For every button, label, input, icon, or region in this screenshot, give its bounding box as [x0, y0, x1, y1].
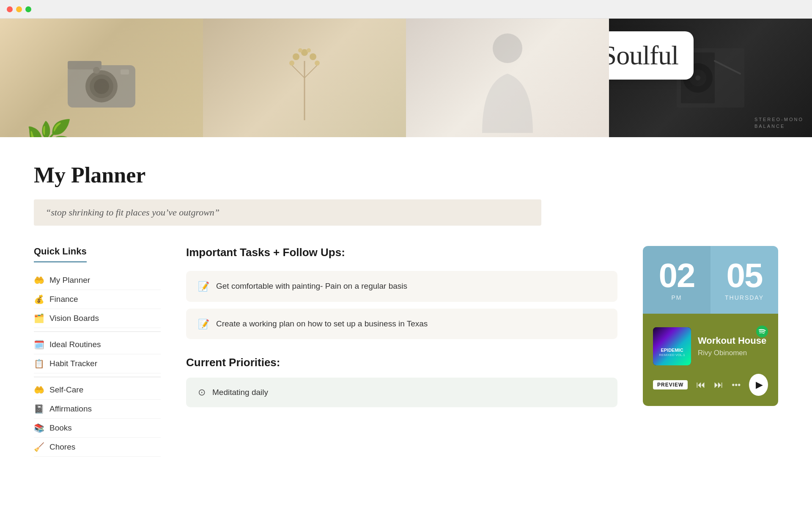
- banner-image-2: [203, 19, 406, 137]
- nav-item-habit-tracker[interactable]: 📋 Habit Tracker: [34, 354, 161, 373]
- task-item-1[interactable]: 📝 Get comfortable with painting- Pain on…: [186, 271, 617, 302]
- svg-line-9: [304, 65, 317, 78]
- vision-boards-icon: 🗂️: [34, 313, 44, 323]
- quick-links-header: Quick Links: [34, 246, 87, 262]
- spotify-icon: [756, 326, 768, 340]
- svg-point-17: [493, 33, 522, 63]
- nav-item-chores[interactable]: 🧹 Chores: [34, 438, 161, 457]
- banner-image-3: [406, 19, 609, 137]
- banner-image-1: 🌿: [0, 19, 203, 137]
- date-hour-label: PM: [672, 294, 682, 301]
- leaf-decoration: 🌿: [25, 118, 73, 137]
- spotify-player: EPIDEMIC REMIXED VOL.1 Workout House Riv…: [643, 314, 778, 406]
- priorities-header: Current Priorities:: [186, 356, 617, 369]
- spotify-next-button[interactable]: ⏭: [714, 379, 723, 390]
- svg-text:REMIXED VOL.1: REMIXED VOL.1: [659, 353, 685, 357]
- task-item-2[interactable]: 📝 Create a working plan on how to set up…: [186, 309, 617, 340]
- date-display: 02 PM 05 THURSDAY: [643, 246, 778, 314]
- spotify-preview-badge: PREVIEW: [653, 380, 688, 389]
- task-text-1: Get comfortable with painting- Pain on a…: [216, 280, 407, 293]
- soulful-badge: Soulful: [609, 31, 694, 80]
- content-grid: Quick Links 🤲 My Planner 💰 Finance 🗂️ Vi…: [34, 246, 778, 457]
- header-banner: 🌿: [0, 19, 812, 137]
- svg-text:EPIDEMIC: EPIDEMIC: [661, 348, 683, 353]
- nav-item-label: Self-Care: [49, 385, 83, 395]
- play-icon: ▶: [756, 379, 763, 390]
- spotify-controls: PREVIEW ⏮ ⏭ ••• ▶: [653, 374, 768, 396]
- record-detail: STEREO-MONO BALANCE: [754, 117, 804, 129]
- nav-item-label: Chores: [49, 442, 75, 452]
- task-text-2: Create a working plan on how to set up a…: [216, 318, 428, 330]
- nav-item-ideal-routines[interactable]: 🗓️ Ideal Routines: [34, 335, 161, 354]
- nav-item-affirmations[interactable]: 📓 Affirmations: [34, 400, 161, 419]
- affirmations-icon: 📓: [34, 404, 44, 414]
- self-care-icon: 🤲: [34, 385, 44, 395]
- svg-rect-25: [653, 327, 691, 365]
- svg-point-22: [695, 75, 700, 80]
- quote-bar: “stop shrinking to fit places you’ve out…: [34, 199, 541, 226]
- nav-divider-1: [34, 331, 161, 332]
- nav-item-self-care[interactable]: 🤲 Self-Care: [34, 381, 161, 400]
- svg-point-14: [315, 61, 320, 66]
- priority-item-1[interactable]: ⊙ Meditating daily: [186, 378, 617, 407]
- date-day-number: 05: [727, 259, 763, 293]
- nav-item-label: My Planner: [49, 276, 90, 285]
- date-hour-block: 02 PM: [643, 246, 710, 314]
- svg-point-13: [289, 61, 294, 66]
- finance-icon: 💰: [34, 294, 44, 304]
- svg-rect-6: [121, 69, 129, 75]
- nav-item-label: Books: [49, 423, 72, 433]
- nav-item-label: Finance: [49, 295, 78, 304]
- planner-icon: 🤲: [34, 275, 44, 285]
- nav-item-label: Affirmations: [49, 404, 92, 414]
- date-day-block: 05 THURSDAY: [710, 246, 778, 314]
- nav-item-planner[interactable]: 🤲 My Planner: [34, 271, 161, 290]
- page-title: My Planner: [34, 163, 778, 188]
- nav-item-vision-boards[interactable]: 🗂️ Vision Boards: [34, 309, 161, 328]
- svg-point-15: [298, 48, 302, 52]
- habit-tracker-icon: 📋: [34, 359, 44, 369]
- quote-text: “stop shrinking to fit places you’ve out…: [46, 207, 219, 218]
- chores-icon: 🧹: [34, 442, 44, 452]
- svg-point-12: [310, 53, 316, 60]
- track-artist: Rivy Obinomen: [698, 349, 768, 357]
- right-panel: 02 PM 05 THURSDAY: [643, 246, 778, 457]
- traffic-light-minimize[interactable]: [16, 6, 22, 12]
- quick-links-section: Quick Links 🤲 My Planner 💰 Finance 🗂️ Vi…: [34, 246, 161, 457]
- spotify-prev-button[interactable]: ⏮: [696, 379, 705, 390]
- nav-list: 🤲 My Planner 💰 Finance 🗂️ Vision Boards …: [34, 271, 161, 457]
- task-checkbox-icon-1: 📝: [198, 281, 209, 292]
- nav-item-books[interactable]: 📚 Books: [34, 419, 161, 438]
- svg-point-5: [93, 67, 100, 74]
- ideal-routines-icon: 🗓️: [34, 340, 44, 350]
- svg-point-16: [307, 48, 311, 52]
- tasks-section: Important Tasks + Follow Ups: 📝 Get comf…: [186, 246, 617, 457]
- nav-item-finance[interactable]: 💰 Finance: [34, 290, 161, 309]
- task-checkbox-icon-2: 📝: [198, 319, 209, 330]
- nav-item-label: Vision Boards: [49, 314, 99, 323]
- priority-text-1: Meditating daily: [212, 388, 268, 397]
- tasks-header: Important Tasks + Follow Ups:: [186, 246, 617, 259]
- spotify-more-button[interactable]: •••: [732, 380, 741, 390]
- traffic-light-fullscreen[interactable]: [25, 6, 31, 12]
- banner-image-4: STEREO-MONO BALANCE Soulful: [609, 19, 812, 137]
- album-art: EPIDEMIC REMIXED VOL.1: [653, 327, 691, 365]
- svg-point-4: [94, 79, 109, 94]
- svg-point-10: [293, 53, 299, 60]
- main-content: My Planner “stop shrinking to fit places…: [0, 137, 812, 482]
- books-icon: 📚: [34, 423, 44, 433]
- svg-line-8: [292, 65, 304, 78]
- nav-divider-2: [34, 377, 161, 377]
- window-chrome: [0, 0, 812, 19]
- date-day-label: THURSDAY: [725, 294, 764, 301]
- date-hour-number: 02: [659, 259, 695, 293]
- spotify-play-button[interactable]: ▶: [749, 374, 768, 396]
- nav-item-label: Ideal Routines: [49, 340, 101, 349]
- nav-item-label: Habit Tracker: [49, 359, 97, 368]
- traffic-light-close[interactable]: [7, 6, 13, 12]
- priority-check-icon-1: ⊙: [198, 387, 206, 398]
